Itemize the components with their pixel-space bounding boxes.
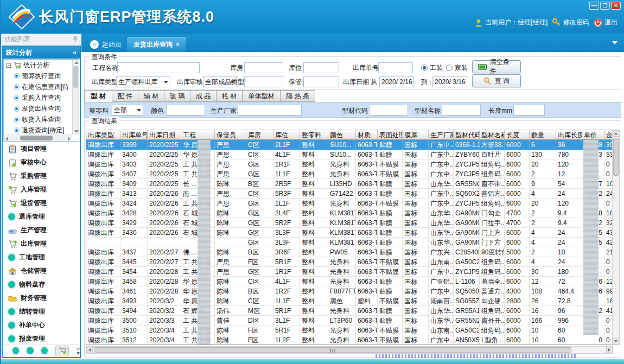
column-header[interactable]: 库位 [273,130,300,140]
scroll-up-icon[interactable] [74,61,79,64]
table-row[interactable]: 调拨出库34132020/2/26南 ...严思C区5R3F整料G7142260… [86,189,613,199]
table-row[interactable]: 调拨出库34282020/2/26石 城陈琳G区2L4F整料KLM3817606… [86,208,613,218]
table-row[interactable]: 调拨出库34242020/2/26工 共工程严思G区1L1F整料光身料6063-… [86,199,613,208]
table-row[interactable]: 调拨出库34002020/2/25华 原...严思C区4L1F整料SU10...… [86,150,613,159]
logout-button[interactable]: 退出 [594,18,617,27]
sidebar-item-工地管理[interactable]: 工地管理 [3,251,80,264]
close-icon[interactable]: ✕ [611,2,621,10]
module-shortcut-icon[interactable] [41,347,48,354]
module-shortcut-icon[interactable] [12,347,19,354]
cart-shortcut-button[interactable] [55,346,69,356]
sidebar-item-仓储管理[interactable]: 仓储管理 [3,264,80,278]
material-tab-2[interactable]: 配 件 [112,90,138,102]
profile-name-input[interactable] [442,105,481,116]
scroll-left-icon[interactable] [5,137,8,141]
table-row[interactable]: 调拨出库35002020/3/3工 共工程曹佳D区3L1F整料LT3P60606… [86,316,613,325]
material-tab-1[interactable]: 型 材 [84,90,112,103]
tree-root[interactable]: - 统计分析 [4,60,72,71]
length-input[interactable] [513,105,545,116]
table-row[interactable]: 调拨出库35122020/3/4工 共工程陈琳F区1L2F整料光身料6063-T… [86,335,613,345]
search-button[interactable]: 查 询 [472,74,521,87]
minimize-icon[interactable]: — [589,2,599,10]
radio-home-decoration[interactable]: 家装 [446,62,468,73]
material-tab-7[interactable]: 单体型材 [243,90,281,102]
out-type-select[interactable]: 生产领料出库 [116,76,170,87]
table-row[interactable]: 调拨出库34092020/2/25长 ...陈琳B区2R5F整料LI35HD60… [86,179,613,189]
table-row[interactable]: 调拨出库34292020/2/26石 城陈琳G区5R2F整料KLM3817606… [86,218,613,228]
table-row[interactable]: 调拨出库34032020/2/25工 共工程严思G区1R1F整料光身料6063-… [86,159,613,169]
date-from-picker[interactable]: 2020/ 2/16 [379,76,414,87]
module-shortcut-icon[interactable] [27,347,33,354]
sidebar-item-退库管理[interactable]: 退库管理 [3,210,80,223]
sidebar-item-物料盘存[interactable]: 物料盘存 [3,278,80,291]
order-no-input[interactable] [378,62,413,73]
table-row[interactable]: 调拨出库34372020/2/27佛 ...陈琳B区3R6F整料PW056063… [86,247,613,257]
table-vertical-scrollbar[interactable] [612,130,620,345]
more-modules-button[interactable]: »▾ [77,347,80,355]
column-header[interactable]: 单价 [582,130,604,140]
profile-code-input[interactable] [369,105,408,116]
column-header[interactable]: 出库类型 [86,130,120,140]
table-horizontal-scrollbar[interactable] [86,346,613,354]
pin-icon[interactable] [73,36,78,42]
column-header[interactable]: 保管员 [215,130,246,140]
color-input[interactable] [166,105,205,116]
radio-work-clothing[interactable]: 工装 [421,62,443,73]
tree-item[interactable]: 在途信息查询[待 [4,81,72,92]
column-header[interactable]: 工程 [181,130,215,140]
tab-list-dropdown-icon[interactable] [612,41,617,44]
column-header[interactable]: 型材代码 [454,130,480,140]
material-tab-6[interactable]: 耗 材 [217,90,243,102]
table-row[interactable]: 调拨出库34302020/2/26石 城陈琳G区3L3F整料KLM3817606… [86,228,613,238]
material-tab-3[interactable]: 辅 材 [138,90,164,102]
scroll-thumb[interactable] [20,136,53,141]
material-tab-4[interactable]: 玻 璃 [164,90,190,102]
tree-item[interactable]: 退货查询[待定] [4,125,72,135]
table-row[interactable]: 调拨出库34612020/2/28华 原...陈琳B区1R2F整料F8877FT… [86,286,613,296]
sidebar-item-出库管理[interactable]: 出库管理 [3,237,80,251]
maximize-icon[interactable]: ❐ [600,2,610,10]
column-header[interactable]: 库房 [246,130,273,140]
tab-shipment-outbound-query[interactable]: 发货出库查询 × [127,37,186,52]
column-header[interactable]: 型材名称 [480,130,505,140]
close-tab-icon[interactable]: × [176,41,180,48]
statistics-section-header[interactable]: 统计分析 « [3,47,80,59]
table-row[interactable]: G区3L3F整料KLM38176063-T5贴膜国标山东华...GA90M09.… [86,238,613,247]
sidebar-item-项目管理[interactable]: 项目管理 [3,142,80,156]
table-row[interactable]: 调拨出库34072020/2/25工 共工程严思G区1L1F整料光身料6063-… [86,169,613,179]
tree-item[interactable]: 收货入库查询 [4,114,72,125]
scroll-down-icon[interactable] [74,130,79,133]
collapse-expander-icon[interactable]: - [6,63,11,68]
tree-item[interactable]: 发货出库查询 [4,103,72,114]
table-row[interactable]: 调拨出库35102020/3/4工 共工程陈琳F区5R1F整料光身料6063-T… [86,325,613,335]
table-row[interactable]: 调拨出库33992020/2/25华 原...严思C区2L1F整料SU10...… [86,140,613,150]
sidebar-item-报废管理[interactable]: 报废管理 [3,332,80,344]
column-header[interactable]: 材质 [356,130,378,140]
material-tab-8[interactable]: 隔 热 条 [281,90,315,102]
column-header[interactable]: 表面处理 [378,130,403,140]
column-header[interactable]: 整零料 [300,130,328,140]
sidebar-item-入库管理[interactable]: 入库管理 [3,183,80,196]
tree-horizontal-scrollbar[interactable] [4,135,72,141]
date-to-picker[interactable]: 2020/ 3/16 [432,76,467,87]
product-type-input[interactable] [244,76,283,87]
sidebar-item-财务管理[interactable]: 财务管理 [3,291,80,305]
change-password-button[interactable]: 修改密码 [552,18,589,27]
sidebar-item-审核中心[interactable]: 审核中心 [3,156,80,169]
scroll-thumb[interactable] [73,66,78,88]
table-row[interactable]: 调拨出库34942020/3/2石 辉城汤伟M区5R1F整料光身料6063-T5… [86,306,613,316]
column-header[interactable]: 长度 [505,130,530,140]
column-header[interactable]: 数量 [530,130,556,140]
location-input[interactable] [303,62,339,73]
material-tab-5[interactable]: 成 品 [190,90,217,102]
whole-part-select[interactable]: 全部 [112,105,143,116]
table-row[interactable]: 调拨出库34452020/2/27工 共工程严思F区5R1F整料光身料6063-… [86,257,613,267]
column-header[interactable]: 出库日期 [148,130,181,140]
table-row[interactable]: 调拨出库34582020/2/28华 原...陈琳C区4L1F整料光身料6063… [86,277,613,286]
column-header[interactable]: 膜厚 [403,130,429,140]
manufacturer-input[interactable] [238,105,302,116]
clear-conditions-button[interactable]: 清空条件 [472,60,521,73]
tree-vertical-scrollbar[interactable] [72,60,79,135]
sidebar-item-采购管理[interactable]: 采购管理 [3,169,80,183]
scroll-thumb[interactable] [613,138,619,176]
